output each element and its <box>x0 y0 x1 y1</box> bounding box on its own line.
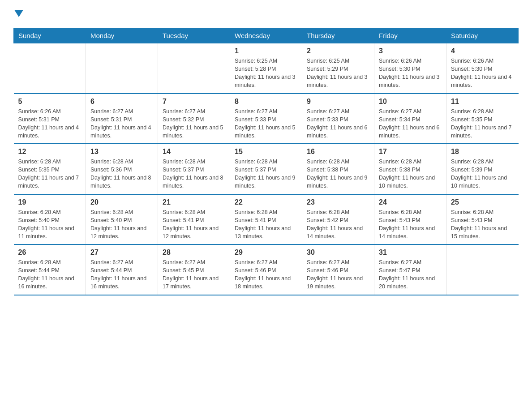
day-info: Sunrise: 6:27 AM Sunset: 5:32 PM Dayligh… <box>163 107 225 140</box>
day-number: 6 <box>90 98 153 106</box>
calendar-cell: 7Sunrise: 6:27 AM Sunset: 5:32 PM Daylig… <box>158 94 230 144</box>
svg-marker-0 <box>14 10 23 17</box>
weekday-header-saturday: Saturday <box>446 28 519 43</box>
calendar-cell: 18Sunrise: 6:28 AM Sunset: 5:39 PM Dayli… <box>446 144 519 194</box>
day-number: 1 <box>235 47 297 55</box>
calendar-cell: 3Sunrise: 6:26 AM Sunset: 5:30 PM Daylig… <box>374 43 446 94</box>
day-number: 25 <box>451 198 514 206</box>
calendar-cell: 19Sunrise: 6:28 AM Sunset: 5:40 PM Dayli… <box>14 194 86 245</box>
calendar-table: SundayMondayTuesdayWednesdayThursdayFrid… <box>13 28 519 295</box>
day-info: Sunrise: 6:28 AM Sunset: 5:42 PM Dayligh… <box>307 208 369 241</box>
day-info: Sunrise: 6:27 AM Sunset: 5:46 PM Dayligh… <box>307 258 369 291</box>
calendar-cell: 21Sunrise: 6:28 AM Sunset: 5:41 PM Dayli… <box>158 194 230 245</box>
day-number: 16 <box>307 148 369 156</box>
day-number: 14 <box>163 148 225 156</box>
calendar-cell: 10Sunrise: 6:27 AM Sunset: 5:34 PM Dayli… <box>374 94 446 144</box>
day-number: 9 <box>307 98 369 106</box>
calendar-cell <box>86 43 158 94</box>
weekday-header-monday: Monday <box>86 28 158 43</box>
calendar-week-row: 12Sunrise: 6:28 AM Sunset: 5:35 PM Dayli… <box>14 144 519 194</box>
calendar-cell: 29Sunrise: 6:27 AM Sunset: 5:46 PM Dayli… <box>230 244 302 295</box>
day-info: Sunrise: 6:28 AM Sunset: 5:43 PM Dayligh… <box>379 208 442 241</box>
day-number: 23 <box>307 198 369 206</box>
calendar-cell: 17Sunrise: 6:28 AM Sunset: 5:38 PM Dayli… <box>374 144 446 194</box>
calendar-cell: 23Sunrise: 6:28 AM Sunset: 5:42 PM Dayli… <box>302 194 374 245</box>
day-info: Sunrise: 6:27 AM Sunset: 5:34 PM Dayligh… <box>379 107 442 140</box>
day-number: 21 <box>163 198 225 206</box>
calendar-cell: 14Sunrise: 6:28 AM Sunset: 5:37 PM Dayli… <box>158 144 230 194</box>
day-info: Sunrise: 6:26 AM Sunset: 5:30 PM Dayligh… <box>451 57 514 90</box>
calendar-cell: 12Sunrise: 6:28 AM Sunset: 5:35 PM Dayli… <box>14 144 86 194</box>
day-number: 10 <box>379 98 442 106</box>
day-number: 7 <box>163 98 225 106</box>
calendar-cell: 8Sunrise: 6:27 AM Sunset: 5:33 PM Daylig… <box>230 94 302 144</box>
calendar-cell: 25Sunrise: 6:28 AM Sunset: 5:43 PM Dayli… <box>446 194 519 245</box>
day-number: 20 <box>90 198 153 206</box>
calendar-week-row: 19Sunrise: 6:28 AM Sunset: 5:40 PM Dayli… <box>14 194 519 245</box>
calendar-cell: 26Sunrise: 6:28 AM Sunset: 5:44 PM Dayli… <box>14 244 86 295</box>
weekday-header-sunday: Sunday <box>14 28 86 43</box>
day-number: 11 <box>451 98 514 106</box>
day-number: 18 <box>451 148 514 156</box>
day-info: Sunrise: 6:27 AM Sunset: 5:33 PM Dayligh… <box>307 107 369 140</box>
calendar-cell: 15Sunrise: 6:28 AM Sunset: 5:37 PM Dayli… <box>230 144 302 194</box>
calendar-cell: 30Sunrise: 6:27 AM Sunset: 5:46 PM Dayli… <box>302 244 374 295</box>
day-info: Sunrise: 6:27 AM Sunset: 5:45 PM Dayligh… <box>163 258 225 291</box>
day-number: 3 <box>379 47 442 55</box>
calendar-week-row: 1Sunrise: 6:25 AM Sunset: 5:28 PM Daylig… <box>14 43 519 94</box>
day-number: 19 <box>18 198 82 206</box>
calendar-cell: 16Sunrise: 6:28 AM Sunset: 5:38 PM Dayli… <box>302 144 374 194</box>
calendar-cell: 13Sunrise: 6:28 AM Sunset: 5:36 PM Dayli… <box>86 144 158 194</box>
weekday-header-thursday: Thursday <box>302 28 374 43</box>
day-info: Sunrise: 6:28 AM Sunset: 5:38 PM Dayligh… <box>379 158 442 190</box>
weekday-header-tuesday: Tuesday <box>158 28 230 43</box>
calendar-week-row: 5Sunrise: 6:26 AM Sunset: 5:31 PM Daylig… <box>14 94 519 144</box>
day-info: Sunrise: 6:28 AM Sunset: 5:37 PM Dayligh… <box>235 158 297 190</box>
calendar-cell: 27Sunrise: 6:27 AM Sunset: 5:44 PM Dayli… <box>86 244 158 295</box>
day-number: 17 <box>379 148 442 156</box>
calendar-cell: 11Sunrise: 6:28 AM Sunset: 5:35 PM Dayli… <box>446 94 519 144</box>
day-number: 22 <box>235 198 297 206</box>
calendar-cell: 20Sunrise: 6:28 AM Sunset: 5:40 PM Dayli… <box>86 194 158 245</box>
day-number: 13 <box>90 148 153 156</box>
day-info: Sunrise: 6:28 AM Sunset: 5:39 PM Dayligh… <box>451 158 514 190</box>
calendar-cell: 24Sunrise: 6:28 AM Sunset: 5:43 PM Dayli… <box>374 194 446 245</box>
day-number: 27 <box>90 248 153 257</box>
day-info: Sunrise: 6:28 AM Sunset: 5:38 PM Dayligh… <box>307 158 369 190</box>
calendar-cell: 6Sunrise: 6:27 AM Sunset: 5:31 PM Daylig… <box>86 94 158 144</box>
day-info: Sunrise: 6:28 AM Sunset: 5:37 PM Dayligh… <box>163 158 225 190</box>
calendar-cell: 22Sunrise: 6:28 AM Sunset: 5:41 PM Dayli… <box>230 194 302 245</box>
day-info: Sunrise: 6:27 AM Sunset: 5:44 PM Dayligh… <box>90 258 153 291</box>
calendar-cell: 4Sunrise: 6:26 AM Sunset: 5:30 PM Daylig… <box>446 43 519 94</box>
calendar-cell: 28Sunrise: 6:27 AM Sunset: 5:45 PM Dayli… <box>158 244 230 295</box>
day-info: Sunrise: 6:28 AM Sunset: 5:40 PM Dayligh… <box>90 208 153 241</box>
day-number: 31 <box>379 248 442 257</box>
day-info: Sunrise: 6:28 AM Sunset: 5:41 PM Dayligh… <box>163 208 225 241</box>
day-number: 26 <box>18 248 82 257</box>
day-info: Sunrise: 6:28 AM Sunset: 5:41 PM Dayligh… <box>235 208 297 241</box>
day-number: 30 <box>307 248 369 257</box>
page-header <box>13 9 519 19</box>
day-info: Sunrise: 6:28 AM Sunset: 5:36 PM Dayligh… <box>90 158 153 190</box>
day-info: Sunrise: 6:26 AM Sunset: 5:31 PM Dayligh… <box>18 107 82 140</box>
day-number: 2 <box>307 47 369 55</box>
day-info: Sunrise: 6:27 AM Sunset: 5:33 PM Dayligh… <box>235 107 297 140</box>
logo[interactable] <box>13 9 23 19</box>
calendar-cell: 2Sunrise: 6:25 AM Sunset: 5:29 PM Daylig… <box>302 43 374 94</box>
day-number: 12 <box>18 148 82 156</box>
day-number: 24 <box>379 198 442 206</box>
calendar-cell <box>446 244 519 295</box>
day-info: Sunrise: 6:27 AM Sunset: 5:47 PM Dayligh… <box>379 258 442 291</box>
day-info: Sunrise: 6:27 AM Sunset: 5:31 PM Dayligh… <box>90 107 153 140</box>
calendar-cell <box>14 43 86 94</box>
calendar-cell <box>158 43 230 94</box>
day-number: 5 <box>18 98 82 106</box>
day-info: Sunrise: 6:28 AM Sunset: 5:35 PM Dayligh… <box>451 107 514 140</box>
calendar-cell: 5Sunrise: 6:26 AM Sunset: 5:31 PM Daylig… <box>14 94 86 144</box>
calendar-week-row: 26Sunrise: 6:28 AM Sunset: 5:44 PM Dayli… <box>14 244 519 295</box>
day-number: 28 <box>163 248 225 257</box>
day-info: Sunrise: 6:27 AM Sunset: 5:46 PM Dayligh… <box>235 258 297 291</box>
calendar-cell: 9Sunrise: 6:27 AM Sunset: 5:33 PM Daylig… <box>302 94 374 144</box>
day-info: Sunrise: 6:25 AM Sunset: 5:29 PM Dayligh… <box>307 57 369 90</box>
day-info: Sunrise: 6:28 AM Sunset: 5:40 PM Dayligh… <box>18 208 82 241</box>
